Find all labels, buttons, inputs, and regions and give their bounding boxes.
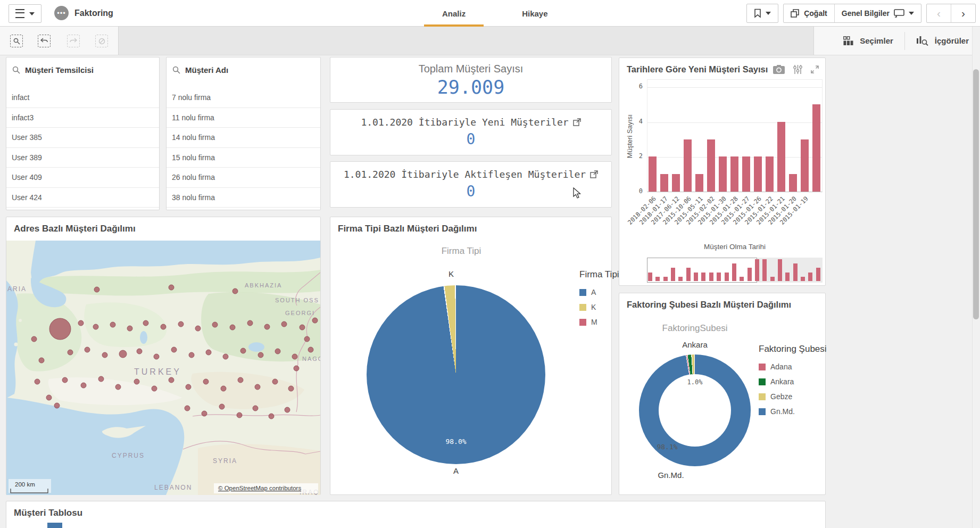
list-item[interactable]: User 409 <box>6 168 159 188</box>
map-point[interactable] <box>115 384 121 390</box>
map-point[interactable] <box>269 414 274 419</box>
list-item[interactable]: infact3 <box>6 108 159 128</box>
legend-item[interactable]: Adana <box>759 362 827 371</box>
map-point[interactable] <box>264 324 270 329</box>
prev-sheet-button[interactable]: ‹ <box>927 4 951 22</box>
list-item[interactable]: 11 nolu firma <box>167 108 320 128</box>
map-point[interactable] <box>308 347 313 352</box>
map-point[interactable] <box>102 352 107 358</box>
current-selections-bar[interactable] <box>118 27 814 55</box>
map-point[interactable] <box>312 318 318 323</box>
page-scrollbar-thumb[interactable] <box>973 69 979 319</box>
bar[interactable] <box>649 156 657 192</box>
map-point[interactable] <box>189 352 194 358</box>
map-point[interactable] <box>127 326 132 331</box>
list-item[interactable]: User 385 <box>6 128 159 148</box>
map-point[interactable] <box>62 377 68 383</box>
map-point[interactable] <box>39 358 44 363</box>
map-point[interactable] <box>169 285 174 290</box>
map-point[interactable] <box>240 348 246 353</box>
bookmark-button[interactable] <box>746 4 778 23</box>
map-point[interactable] <box>292 354 297 359</box>
clear-selections-button[interactable] <box>94 33 110 49</box>
exploration-sliders-icon[interactable] <box>793 65 802 74</box>
map-point[interactable] <box>206 350 211 355</box>
step-back-button[interactable] <box>36 33 52 49</box>
map-point[interactable] <box>195 326 201 331</box>
bar[interactable] <box>660 174 668 192</box>
map-point[interactable] <box>281 321 287 327</box>
map-point[interactable] <box>154 354 159 359</box>
map-point[interactable] <box>78 320 84 326</box>
bar[interactable] <box>672 174 680 192</box>
map-point[interactable] <box>258 352 263 358</box>
list-item[interactable]: 38 nolu firma <box>167 188 320 208</box>
map-point[interactable] <box>134 379 139 384</box>
map-point[interactable] <box>223 354 228 359</box>
fullscreen-expand-icon[interactable] <box>811 65 819 73</box>
snapshot-camera-icon[interactable] <box>773 65 785 74</box>
map-point[interactable] <box>203 379 209 384</box>
map-point[interactable] <box>272 379 278 384</box>
selections-tool-button[interactable]: Seçimler <box>832 27 904 55</box>
list-item[interactable]: 14 nolu firma <box>167 128 320 148</box>
bar[interactable] <box>812 104 820 192</box>
map-point[interactable] <box>219 404 225 409</box>
kpi-total-customers[interactable]: Toplam Müşteri Sayısı 29.009 <box>330 57 612 103</box>
list-item[interactable]: 15 nolu firma <box>167 148 320 168</box>
legend-item[interactable]: Gebze <box>759 392 827 401</box>
map-point[interactable] <box>304 336 310 342</box>
global-menu-button[interactable] <box>9 4 41 23</box>
map-point[interactable] <box>300 325 305 330</box>
map-point[interactable] <box>185 406 190 411</box>
kpi-new-customers[interactable]: 1.01.2020 İtibariyle Yeni Müşteriler 0 <box>330 109 612 155</box>
next-sheet-button[interactable]: › <box>951 4 975 22</box>
map-point[interactable] <box>68 350 73 355</box>
app-identity[interactable]: ••• Faktoring <box>54 6 113 20</box>
legend-item[interactable]: Gn.Md. <box>759 407 827 416</box>
bar[interactable] <box>742 156 750 192</box>
map-point[interactable] <box>237 412 242 418</box>
map-point[interactable] <box>119 350 127 358</box>
legend-item[interactable]: A <box>579 288 619 296</box>
bar[interactable] <box>719 156 727 192</box>
tab-hikaye[interactable]: Hikaye <box>504 0 566 27</box>
insights-button[interactable]: İçgörüler <box>905 27 980 55</box>
map-canvas[interactable]: ARIAABKHAZIASOUTH OSSGEORGITURKEYNAGOCYP… <box>6 241 320 495</box>
external-link-icon[interactable] <box>573 118 581 126</box>
legend-item[interactable]: Ankara <box>759 377 827 386</box>
map-point[interactable] <box>46 395 52 400</box>
map-point[interactable] <box>255 384 260 390</box>
bar[interactable] <box>684 139 692 192</box>
list-item[interactable]: infact <box>6 88 159 108</box>
bar[interactable] <box>777 122 785 192</box>
legend-item[interactable]: K <box>579 303 619 311</box>
map-point[interactable] <box>230 325 235 330</box>
legend-item[interactable]: M <box>579 318 619 326</box>
map-point[interactable] <box>285 407 290 412</box>
map-point[interactable] <box>275 349 280 354</box>
map-point[interactable] <box>294 366 299 371</box>
map-point[interactable] <box>94 287 99 292</box>
map-point[interactable] <box>212 322 218 327</box>
list-item[interactable]: User 424 <box>6 188 159 208</box>
search-icon[interactable] <box>12 66 20 74</box>
step-forward-button[interactable] <box>65 33 81 49</box>
search-icon[interactable] <box>172 66 180 74</box>
map-attribution[interactable]: © OpenStreetMap contributors <box>214 483 318 493</box>
duplicate-button[interactable]: Çoğalt <box>784 4 834 22</box>
map-point[interactable] <box>186 384 191 390</box>
list-item[interactable]: 7 nolu firma <box>167 88 320 108</box>
map-point[interactable] <box>169 377 174 383</box>
list-item[interactable]: 26 nolu firma <box>167 168 320 188</box>
bar[interactable] <box>754 156 762 192</box>
map-point[interactable] <box>202 411 207 416</box>
map-point[interactable] <box>232 288 238 294</box>
map-point[interactable] <box>35 379 40 384</box>
bar[interactable] <box>789 174 797 192</box>
map-point[interactable] <box>31 336 37 342</box>
map-point[interactable] <box>143 320 148 326</box>
bar[interactable] <box>766 156 774 192</box>
list-item[interactable]: User 389 <box>6 148 159 168</box>
smart-search-button[interactable] <box>9 33 24 49</box>
